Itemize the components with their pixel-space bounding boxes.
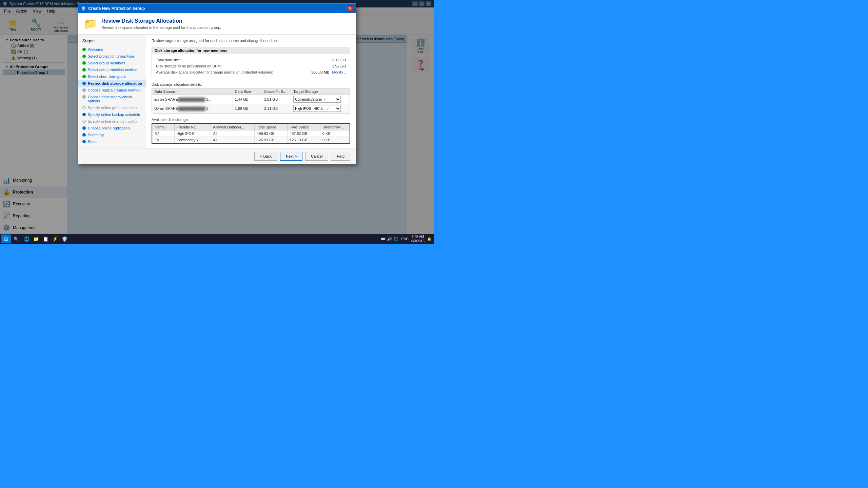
step-online-prot-label: Specify online protection data	[88, 106, 137, 110]
modal-footer: < Back Next > Cancel Help	[78, 148, 356, 164]
disk-storage-provision-value: 3.92 GB	[332, 64, 346, 68]
step-shortterm-label: Select short-term goals	[88, 75, 126, 79]
start-button[interactable]: ⊞	[1, 235, 11, 243]
step-group-members[interactable]: Select group members	[78, 60, 146, 66]
avail-col-free[interactable]: Free Space	[288, 124, 320, 130]
step-online-replication[interactable]: Choose online replication	[78, 125, 146, 131]
allocation-row1-target[interactable]: CommodityStorag ✓ High IPOS - 497.8...	[291, 95, 350, 104]
modal-title-container: 🛡️ Create New Protection Group	[81, 6, 145, 11]
available-storage-section: Available disk storage: Name	[152, 118, 350, 144]
avail-col-friendly[interactable]: Friendly Na...	[174, 124, 211, 130]
modal-header-text: Review Disk Storage Allocation Review di…	[101, 18, 221, 29]
allocation-section: Disk storage allocation for new members …	[152, 47, 350, 78]
col-data-size[interactable]: Data Size	[233, 88, 262, 95]
step-dot-members	[82, 61, 86, 65]
step-review-disk[interactable]: Review disk storage allocation	[78, 80, 146, 87]
modal-title-icon: 🛡️	[81, 6, 86, 11]
step-online-backup[interactable]: Specify online backup schedule	[78, 111, 146, 118]
avg-disk-space-value: 300.00 MB	[311, 70, 329, 74]
avail-col-name[interactable]: Name	[153, 124, 175, 130]
avail-col-total[interactable]: Total Space	[255, 124, 288, 130]
taskbar-notification-icon[interactable]: 🔔	[427, 237, 431, 241]
avg-disk-space-value-container: 300.00 MB Modify...	[311, 70, 346, 74]
step-replication-label: Choose online replication	[88, 126, 130, 130]
available-storage-label: Available disk storage:	[152, 118, 350, 122]
cancel-button[interactable]: Cancel	[305, 152, 328, 161]
step-dot-disk	[82, 82, 86, 85]
app-window: 🛡️ System Center 2016 DPM Administrator …	[0, 0, 434, 244]
avail-row2-friendly: CommodityS...	[174, 137, 211, 143]
taskbar-network-icon: 🌐	[393, 237, 398, 241]
avail-row-1[interactable]: E:\ High IPOS All 499.93 GB 497.82 GB 0 …	[153, 130, 350, 137]
taskbar-notepad-icon[interactable]: 📋	[41, 235, 50, 243]
taskbar-dpm-icon[interactable]: 🛡️	[60, 235, 68, 243]
step-protection-label: Select data protection method	[88, 68, 137, 72]
col-target-storage[interactable]: Target Storage	[291, 88, 350, 95]
step-replica-creation[interactable]: Choose replica creation method	[78, 87, 146, 94]
step-dot-welcome	[82, 48, 86, 51]
taskbar-datetime[interactable]: 9:05 AM 8/3/2016	[411, 235, 425, 243]
taskbar-keyboard-icon: ⌨️	[380, 237, 386, 241]
avail-row2-under: 0 KB	[320, 137, 349, 143]
step-dot-shortterm	[82, 75, 86, 78]
available-storage-table: Name Friendly Na... Allowed Datasou...	[152, 124, 350, 143]
allocation-details-table: Data Source Data Size Space To B...	[152, 88, 350, 113]
step-dot-consistency	[82, 95, 86, 99]
modal-title-bar: 🛡️ Create New Protection Group ✕	[78, 4, 356, 13]
allocation-row1-target-select[interactable]: CommodityStorag ✓ High IPOS - 497.8...	[293, 96, 341, 103]
modal-header-title: Review Disk Storage Allocation	[101, 18, 221, 24]
allocation-row2-target[interactable]: CommodityStorag... High IPOS - 497.8... …	[291, 104, 350, 113]
taskbar-search-button[interactable]: 🔍	[12, 235, 20, 243]
step-online-retention[interactable]: Specify online retention policy	[78, 118, 146, 125]
back-button[interactable]: < Back	[254, 152, 277, 161]
step-consistency-check[interactable]: Choose consistency check options	[78, 94, 146, 104]
intro-text: Review target storage assigned for each …	[152, 39, 350, 43]
col-data-source[interactable]: Data Source	[152, 88, 233, 95]
allocation-details-table-container: Data Source Data Size Space To B...	[152, 88, 350, 114]
step-dot-type	[82, 55, 86, 58]
taskbar-ie-icon[interactable]: 🌐	[22, 235, 31, 243]
avail-row1-name: E:\	[153, 130, 175, 137]
allocation-details-title: Disk storage allocation details:	[152, 82, 350, 86]
step-select-type[interactable]: Select protection group type	[78, 53, 146, 60]
step-welcome[interactable]: Welcome	[78, 46, 146, 53]
avail-col-under[interactable]: Underprovi...	[320, 124, 349, 130]
step-dot-protection	[82, 68, 86, 72]
modal-body: Steps: Welcome Select protection group t…	[78, 35, 356, 148]
modal-title: Create New Protection Group	[88, 6, 145, 11]
allocation-row2-target-select[interactable]: CommodityStorag... High IPOS - 497.8... …	[293, 105, 341, 112]
allocation-row2-datasize: 1.68 GB	[233, 104, 262, 113]
disk-storage-provision-label: Disk storage to be provisioned on DPM:	[156, 64, 222, 68]
step-short-term[interactable]: Select short-term goals	[78, 73, 146, 80]
step-data-protection[interactable]: Select data protection method	[78, 66, 146, 73]
create-protection-group-modal: 🛡️ Create New Protection Group ✕ 📁 Revie…	[78, 3, 356, 164]
next-button[interactable]: Next >	[280, 152, 302, 161]
col-space-to-be[interactable]: Space To B...	[262, 88, 291, 95]
allocation-row1-space: 1.81 GB	[262, 95, 291, 104]
modal-close-button[interactable]: ✕	[347, 5, 353, 12]
taskbar-folder-icon[interactable]: 📁	[32, 235, 40, 243]
allocation-row-1: E:\ on SHARE▓▓▓▓▓▓▓▓▓▓ 3... 1.44 GB 1.81…	[152, 95, 350, 104]
taskbar-lang: ENG	[401, 237, 409, 241]
modify-link[interactable]: Modify...	[332, 70, 346, 74]
avail-col-allowed[interactable]: Allowed Datasou...	[211, 124, 255, 130]
total-data-size-value: 3.12 GB	[332, 58, 346, 62]
modal-help-button[interactable]: Help	[331, 152, 350, 161]
taskbar-right: ⌨️ 🔊 🌐 ENG 9:05 AM 8/3/2016 🔔	[380, 235, 433, 243]
step-summary[interactable]: Summary	[78, 131, 146, 138]
modal-header-desc: Review disk space allocated in the stora…	[101, 25, 221, 29]
step-status[interactable]: Status	[78, 138, 146, 145]
avail-row-2[interactable]: F:\ CommodityS... All 126.93 GB 125.13 G…	[153, 137, 350, 143]
allocation-row-2: D:\ on SHARE▓▓▓▓▓▓▓▓▓▓ 3... 1.68 GB 2.11…	[152, 104, 350, 113]
step-online-backup-label: Specify online backup schedule	[88, 113, 140, 117]
avail-row2-total: 126.93 GB	[255, 137, 288, 143]
avail-row1-under: 0 KB	[320, 130, 349, 137]
taskbar-cmd-icon[interactable]: ⚡	[51, 235, 59, 243]
step-online-protection[interactable]: Specify online protection data	[78, 104, 146, 111]
step-type-label: Select protection group type	[88, 54, 134, 58]
steps-title: Steps:	[78, 37, 146, 46]
step-disk-label: Review disk storage allocation	[88, 81, 142, 85]
step-replica-label: Choose replica creation method	[88, 88, 140, 92]
taskbar-time-display: 9:05 AM	[411, 235, 425, 239]
avail-row1-allowed: All	[211, 130, 255, 137]
